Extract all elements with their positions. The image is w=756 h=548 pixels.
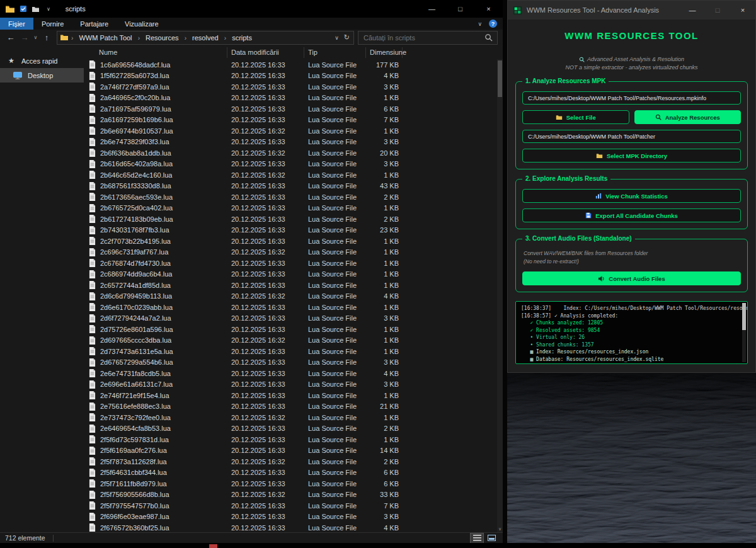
file-row[interactable]: 2c696c731f9af767.lua 20.12.2025 16:32 Lu… (84, 247, 497, 258)
file-row[interactable]: 2f676572b360bf25.lua 20.12.2025 16:33 Lu… (84, 522, 497, 532)
file-row[interactable]: 2d737473a6131e5a.lua 20.12.2025 16:33 Lu… (84, 346, 497, 357)
file-row[interactable]: 2e75616efe888ec3.lua 20.12.2025 16:33 Lu… (84, 401, 497, 413)
search-input[interactable] (358, 34, 484, 42)
scrollbar-down-icon[interactable]: ∨ (497, 527, 503, 532)
file-row[interactable]: 2e6469654cfa8b53.lua 20.12.2025 16:33 Lu… (84, 423, 497, 435)
mpkinfo-path-input[interactable] (522, 91, 741, 105)
file-icon (89, 358, 96, 367)
up-button[interactable]: ↑ (40, 33, 54, 42)
minimize-button[interactable]: — (680, 1, 705, 20)
column-header-type[interactable]: Tip (304, 47, 366, 58)
back-button[interactable]: ← (4, 33, 18, 42)
vertical-scrollbar[interactable]: ∨ (497, 59, 503, 532)
view-chunk-statistics-button[interactable]: View Chunk Statistics (522, 189, 741, 203)
breadcrumb-item[interactable]: scripts (231, 34, 253, 42)
address-dropdown-icon[interactable]: ∨ (335, 35, 339, 41)
file-row[interactable]: 2f5f6169aa0fc276.lua 20.12.2025 16:33 Lu… (84, 445, 497, 457)
file-row[interactable]: 2c2f7073b22b4195.lua 20.12.2025 16:33 Lu… (84, 236, 497, 247)
breadcrumb-item[interactable]: Resources (144, 34, 180, 42)
file-row[interactable]: 2b687561f33330d8.lua 20.12.2025 16:33 Lu… (84, 181, 497, 192)
tab-home[interactable]: Pornire (33, 18, 72, 30)
log-scrollbar-thumb[interactable] (742, 303, 746, 330)
file-row[interactable]: 2f5f64631cbbf344.lua 20.12.2025 16:33 Lu… (84, 467, 497, 479)
recent-locations-icon[interactable]: ∨ (32, 35, 40, 40)
patcher-path-input[interactable] (522, 130, 741, 143)
file-row[interactable]: 2d67657299a554b6.lua 20.12.2025 16:33 Lu… (84, 357, 497, 368)
file-row[interactable]: 2d6e6170c0239abb.lua 20.12.2025 16:33 Lu… (84, 302, 497, 313)
file-row[interactable]: 1f5f627285a6073d.lua 20.12.2025 16:33 Lu… (84, 71, 497, 82)
quick-access-properties-icon[interactable] (20, 5, 27, 13)
maximize-button[interactable]: □ (705, 1, 730, 20)
column-headers: Nume Data modificării Tip Dimensiune (84, 45, 503, 59)
close-button[interactable]: × (730, 1, 755, 20)
thumbnails-view-icon[interactable] (485, 534, 498, 543)
search-icon[interactable] (484, 33, 497, 42)
maximize-button[interactable]: □ (446, 0, 474, 18)
tab-file[interactable]: Fișier (0, 18, 33, 30)
file-row[interactable]: 2e696e61a66131c7.lua 20.12.2025 16:33 Lu… (84, 379, 497, 391)
breadcrumb-separator-icon[interactable] (182, 34, 189, 42)
refresh-icon[interactable]: ↻ (344, 33, 350, 42)
file-row[interactable]: 2f5f71611fb8d979.lua 20.12.2025 16:33 Lu… (84, 478, 497, 489)
convert-audio-files-button[interactable]: Convert Audio Files (522, 271, 741, 285)
export-candidate-chunks-button[interactable]: Export All Candidate Chunks (522, 208, 741, 222)
ribbon-collapse-icon[interactable]: ∨ (478, 21, 482, 27)
file-row[interactable]: 2c676874d7fd4730.lua 20.12.2025 16:33 Lu… (84, 258, 497, 269)
file-row[interactable]: 2a746f727df597a9.lua 20.12.2025 16:33 Lu… (84, 81, 497, 93)
breadcrumb-separator-icon[interactable] (69, 34, 76, 42)
file-row[interactable]: 2b743031768f7fb3.lua 20.12.2025 16:33 Lu… (84, 225, 497, 236)
file-row[interactable]: 2f5f6d73c597831d.lua 20.12.2025 16:33 Lu… (84, 434, 497, 445)
analyze-resources-button[interactable]: Analyze Resources (634, 110, 742, 124)
file-row[interactable]: 2f696f6e03eae987.lua 20.12.2025 16:33 Lu… (84, 511, 497, 523)
file-row[interactable]: 2b6173656aec593e.lua 20.12.2025 16:33 Lu… (84, 191, 497, 203)
file-row[interactable]: 2b646c65d2e4c160.lua 20.12.2025 16:32 Lu… (84, 169, 497, 181)
help-icon[interactable]: ? (489, 20, 497, 28)
file-row[interactable]: 2b617274183b09eb.lua 20.12.2025 16:33 Lu… (84, 214, 497, 225)
file-row[interactable]: 2b6e69744b910537.lua 20.12.2025 16:32 Lu… (84, 125, 497, 137)
address-bar[interactable]: WWM Patch Tool Resources resolved (57, 31, 354, 45)
select-file-button[interactable]: Select File (522, 110, 629, 124)
log-output[interactable]: [16:38:37] Index: C:/Users/mihes/Desktop… (515, 301, 748, 364)
file-row[interactable]: 2f5f756905566d8b.lua 20.12.2025 16:32 Lu… (84, 489, 497, 501)
column-header-name[interactable]: Nume (89, 47, 227, 58)
sidebar-item-desktop[interactable]: Desktop (0, 68, 84, 83)
close-button[interactable]: × (474, 0, 503, 18)
breadcrumb-separator-icon[interactable] (222, 34, 229, 42)
minimize-button[interactable]: — (418, 0, 446, 18)
file-row[interactable]: 2a716975af596979.lua 20.12.2025 16:33 Lu… (84, 103, 497, 115)
breadcrumb-item[interactable]: resolved (191, 34, 220, 42)
tab-view[interactable]: Vizualizare (117, 18, 167, 30)
file-row[interactable]: 2c6572744a1df85d.lua 20.12.2025 16:33 Lu… (84, 280, 497, 291)
file-row[interactable]: 2d6c6d799459b113.lua 20.12.2025 16:32 Lu… (84, 291, 497, 302)
file-row[interactable]: 2a61697259b169b6.lua 20.12.2025 16:33 Lu… (84, 115, 497, 126)
select-mpk-directory-button[interactable]: Select MPK Directory (522, 149, 741, 163)
sidebar-item-quick-access[interactable]: ★ Acces rapid (0, 54, 84, 68)
file-row[interactable]: 2d6f72794244a7a2.lua 20.12.2025 16:33 Lu… (84, 313, 497, 324)
details-view-icon[interactable] (471, 534, 483, 543)
file-row[interactable]: 2f5f7873a112628f.lua 20.12.2025 16:32 Lu… (84, 456, 497, 467)
file-row[interactable]: 1c6a6965648dadcf.lua 20.12.2025 16:33 Lu… (84, 59, 497, 71)
file-row[interactable]: 2f5f7975547577b0.lua 20.12.2025 16:33 Lu… (84, 500, 497, 511)
file-row[interactable]: 2b6f636bab8a1ddb.lua 20.12.2025 16:32 Lu… (84, 147, 497, 159)
forward-button[interactable]: → (18, 33, 32, 42)
tab-share[interactable]: Partajare (72, 18, 117, 30)
breadcrumb-separator-icon[interactable] (135, 34, 142, 42)
breadcrumb-item[interactable]: WWM Patch Tool (77, 34, 133, 42)
quick-access-newfolder-icon[interactable] (32, 6, 40, 13)
column-header-date[interactable]: Data modificării (227, 47, 304, 58)
file-row[interactable]: 2b6e7473829f03f3.lua 20.12.2025 16:33 Lu… (84, 137, 497, 148)
file-row[interactable]: 2c686974dd9ac6b4.lua 20.12.2025 16:33 Lu… (84, 269, 497, 280)
file-row[interactable]: 2b6765725d0ca402.lua 20.12.2025 16:33 Lu… (84, 203, 497, 214)
quick-access-dropdown-icon[interactable]: ∨ (47, 6, 50, 12)
log-scrollbar[interactable] (742, 303, 746, 362)
scrollbar-thumb[interactable] (498, 60, 502, 97)
file-row[interactable]: 2e737473c792fee0.lua 20.12.2025 16:32 Lu… (84, 412, 497, 423)
column-header-size[interactable]: Dimensiune (366, 47, 403, 58)
file-row[interactable]: 2d697665cccc3dba.lua 20.12.2025 16:32 Lu… (84, 335, 497, 346)
file-row[interactable]: 2a646965c2f0c20b.lua 20.12.2025 16:33 Lu… (84, 93, 497, 104)
file-row[interactable]: 2d75726e8601a596.lua 20.12.2025 16:33 Lu… (84, 324, 497, 335)
file-row[interactable]: 2b616d65c402a98a.lua 20.12.2025 16:33 Lu… (84, 159, 497, 170)
taskbar-app-icon[interactable] (209, 544, 217, 548)
file-row[interactable]: 2e746f721e9f15e4.lua 20.12.2025 16:33 Lu… (84, 390, 497, 401)
file-row[interactable]: 2e6e74731fa8cdb5.lua 20.12.2025 16:33 Lu… (84, 368, 497, 379)
